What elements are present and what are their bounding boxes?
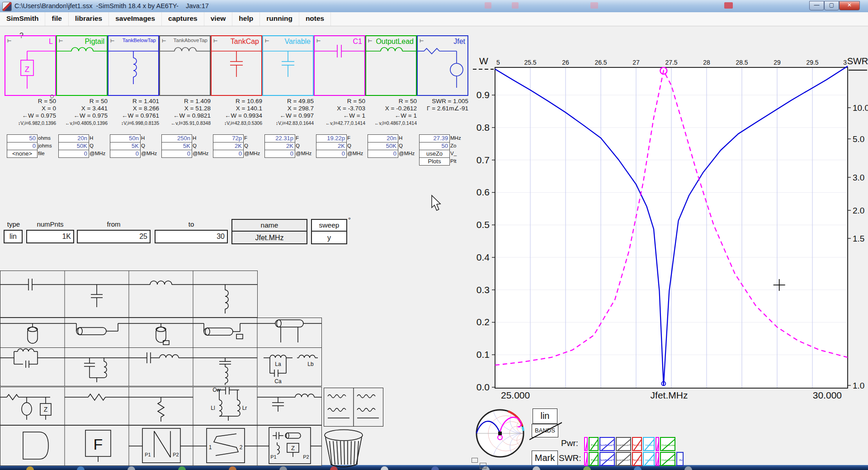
palette-cell-series-capacitor[interactable] (0, 279, 65, 290)
field-tankbelowtap-Q[interactable]: 5K (110, 142, 141, 150)
field-outputlead-atMHz[interactable]: 0 (368, 150, 398, 158)
palette-cell-coax-stub-open[interactable] (0, 323, 65, 343)
palette-cell-series-resistor[interactable] (65, 394, 129, 400)
palette-cell-block-n-twoport[interactable]: P1P2 (129, 428, 193, 463)
taskbar-app-icon[interactable] (26, 466, 34, 470)
pwr-legend-c1[interactable] (656, 437, 659, 451)
taskbar-app-icon[interactable] (178, 466, 186, 470)
circuit-block-outputlead[interactable]: ⊢ OutputLead (365, 35, 417, 96)
field-tankbelowtap-H[interactable]: 50n (110, 134, 141, 142)
pwr-legend-tankcap[interactable]: TankCap (632, 437, 642, 451)
wire-style-samples[interactable] (324, 388, 383, 427)
palette-cell-coax-choke[interactable] (257, 320, 321, 342)
circuit-block-c1[interactable]: ⊢ C1 (314, 35, 365, 96)
sweep-from-input[interactable]: 25 (77, 230, 151, 243)
swr-legend-tankbelowtap[interactable]: TankBelowTap (599, 452, 615, 466)
palette-cell-block-d[interactable] (23, 432, 48, 459)
palette-cell-shunt-parallel-lc[interactable] (65, 358, 129, 382)
field-c1-Q[interactable]: 2K (316, 142, 347, 150)
field-jfet-Zo[interactable]: 50 (419, 142, 450, 150)
swr-legend-pigtail[interactable]: Pigtail (589, 452, 599, 466)
field-tankabovetap-Q[interactable]: 5K (161, 142, 192, 150)
taskbar-app-icon[interactable] (634, 466, 642, 470)
trash-basket-icon[interactable] (322, 427, 367, 470)
palette-cell-wound-transformer[interactable]: CwLlLr (211, 387, 247, 421)
palette-cell-shunt-series-cap-ind[interactable] (193, 358, 257, 385)
palette-cell-block-f[interactable]: F (85, 430, 111, 462)
circuit-block-tankcap[interactable]: ⊢ TankCap (211, 35, 262, 96)
field-variable-atMHz[interactable]: 0 (264, 150, 295, 158)
taskbar-app-icon[interactable] (77, 466, 85, 470)
palette-cell-block-pz-twoport[interactable]: P1P2Z (257, 427, 321, 464)
palette-cell-coax-stub-shorted[interactable] (129, 323, 193, 345)
field-tankcap-Q[interactable]: 2K (213, 142, 244, 150)
swr-legend-tankcap[interactable]: TankCap (632, 452, 642, 466)
field-jfet-MHz[interactable]: 27.39 (419, 134, 450, 142)
sweep-type-value[interactable]: lin (4, 230, 23, 243)
palette-cell-shunt-capacitor[interactable] (65, 285, 129, 307)
sweep-toggle-column[interactable]: sweep y (311, 219, 347, 244)
sweep-toggle-value[interactable]: y (312, 232, 346, 244)
circuit-block-variable[interactable]: ⊢ Variable (262, 35, 314, 96)
field-pigtail-H[interactable]: 20n (58, 134, 89, 142)
palette-cell-series-cap-ind[interactable] (129, 352, 193, 363)
taskbar-app-icon[interactable] (229, 466, 236, 470)
menu-item-view[interactable]: view (204, 12, 233, 26)
palette-cell-coax-line-series[interactable] (65, 323, 129, 335)
circuit-block-tankabovetap[interactable]: ⊢ TankAboveTap (159, 35, 211, 96)
pwr-legend-outputlead[interactable]: OutputLead (660, 437, 675, 451)
field-outputlead-Q[interactable]: 50K (368, 142, 398, 150)
field-tankbelowtap-atMHz[interactable]: 0 (110, 150, 141, 158)
pwr-legend-tankabovetap[interactable]: TankAboveTap (616, 437, 631, 451)
field-variable-Q[interactable]: 2K (264, 142, 295, 150)
palette-cell-generator-with-load[interactable]: Z (0, 394, 51, 420)
field-variable-F[interactable]: 22.31p (264, 134, 295, 142)
field-outputlead-H[interactable]: 20n (368, 134, 398, 142)
taskbar-app-icon[interactable] (279, 466, 287, 470)
swr-legend-variable[interactable]: Variable (643, 452, 655, 466)
palette-cell-parallel-lc[interactable] (0, 349, 65, 368)
field-tankabovetap-H[interactable]: 250n (161, 134, 192, 142)
palette-cell-block-s-twoport[interactable]: 12 (193, 428, 257, 463)
menu-item-simsmith[interactable]: SimSmith (0, 12, 45, 26)
menu-item-notes[interactable]: notes (299, 12, 331, 26)
taskbar-app-icon[interactable] (127, 466, 135, 470)
lin-log-button[interactable]: lin (533, 408, 557, 424)
field-l-ohms[interactable]: 50 (7, 134, 38, 142)
maximize-button[interactable]: ▢ (824, 1, 839, 10)
field-jfet-Plt[interactable]: Plots (419, 157, 450, 166)
menu-item-libraries[interactable]: libraries (69, 12, 109, 26)
field-jfet-V_[interactable]: useZo (419, 150, 450, 158)
swr-legend-tankabovetap[interactable]: TankAboveTap (616, 452, 631, 466)
field-c1-F[interactable]: 19.22p (316, 134, 347, 142)
close-button[interactable]: ✕ (839, 1, 860, 10)
palette-cell-ind-and-shunt-cap[interactable] (257, 394, 321, 412)
pwr-legend-l[interactable] (584, 437, 588, 451)
minimize-button[interactable]: — (809, 1, 824, 10)
field-pigtail-atMHz[interactable]: 0 (58, 150, 89, 158)
sweep-to-input[interactable]: 30 (155, 230, 228, 243)
swr-w-plot[interactable]: 525.52626.52727.52828.52929.530.90.80.70… (469, 53, 868, 404)
menu-item-help[interactable]: help (232, 12, 260, 26)
field-tankcap-atMHz[interactable]: 0 (213, 150, 244, 158)
field-pigtail-Q[interactable]: 50K (58, 142, 89, 150)
menu-item-saveimages[interactable]: saveImages (109, 12, 162, 26)
circuit-block-l[interactable]: ⊢ L Z (5, 35, 56, 96)
field-c1-atMHz[interactable]: 0 (316, 150, 347, 158)
swr-legend-outputlead[interactable]: OutputLead (660, 452, 675, 466)
pwr-legend-tankbelowtap[interactable]: TankBelowTap (599, 437, 615, 451)
taskbar-app-icon[interactable] (583, 466, 591, 470)
field-l-file[interactable]: <none> (7, 150, 38, 158)
palette-cell-coupled-inductors[interactable]: LaLbCa (264, 355, 318, 385)
sweep-name-value[interactable]: Jfet.MHz (232, 232, 307, 244)
circuit-block-tankbelowtap[interactable]: ⊢ TankBelowTap (108, 35, 159, 96)
taskbar-app-icon[interactable] (381, 466, 388, 470)
swr-legend-l[interactable] (584, 452, 588, 466)
title-bar[interactable]: C:\Users\Brandon\jfet1.ssx -SimSmith 18.… (0, 0, 868, 13)
taskbar-app-icon[interactable] (684, 466, 692, 470)
field-tankabovetap-atMHz[interactable]: 0 (161, 150, 192, 158)
palette-cell-series-inductor[interactable] (129, 281, 193, 285)
swr-legend-jfet[interactable]: Jfet (676, 452, 684, 466)
sweep-numpnts-input[interactable]: 1K (26, 230, 74, 243)
pwr-legend-pigtail[interactable]: Pigtail (589, 437, 599, 451)
